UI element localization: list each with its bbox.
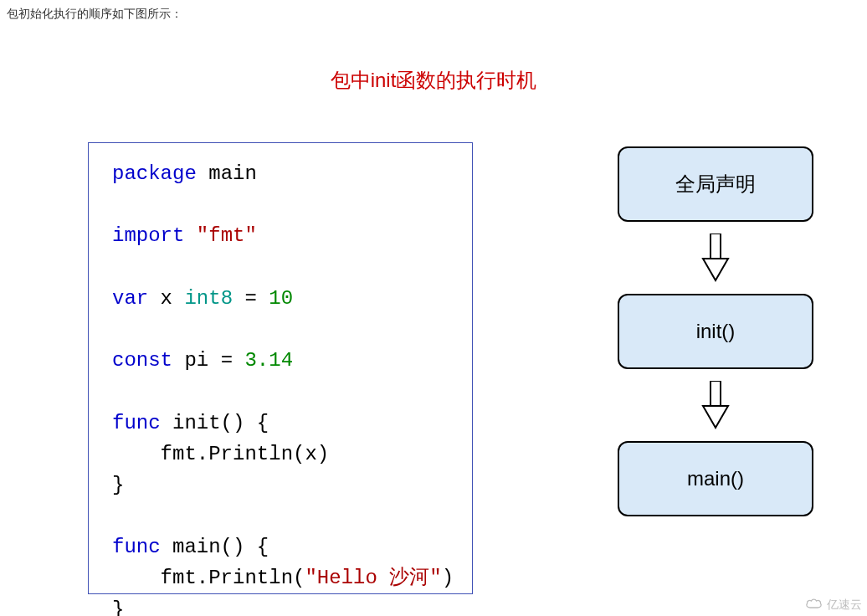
code-text: ) xyxy=(442,567,454,589)
watermark-text: 亿速云 xyxy=(827,598,862,613)
code-text: main() { xyxy=(161,536,269,558)
flow-step-main: main() xyxy=(618,441,813,516)
code-text: main xyxy=(197,162,257,185)
code-line: const pi = 3.14 xyxy=(112,345,449,376)
code-line: func init() { xyxy=(112,408,449,439)
keyword-package: package xyxy=(112,162,197,185)
flow-step-init: init() xyxy=(618,294,813,369)
code-blank xyxy=(112,501,449,531)
page-description: 包初始化执行的顺序如下图所示： xyxy=(7,7,182,22)
code-blank xyxy=(112,189,449,220)
code-text: = xyxy=(233,287,269,310)
svg-marker-3 xyxy=(703,406,728,428)
code-line: } xyxy=(112,594,449,616)
flow-arrow-icon xyxy=(701,234,730,282)
string-literal: "fmt" xyxy=(184,224,256,247)
code-block: package main import "fmt" var x int8 = 1… xyxy=(88,142,473,594)
code-text: init() { xyxy=(161,412,269,434)
number-literal: 3.14 xyxy=(244,349,293,372)
string-literal: "Hello 沙河" xyxy=(305,567,441,589)
keyword-func: func xyxy=(112,536,161,558)
code-line: } xyxy=(112,470,449,501)
type-name: int8 xyxy=(184,287,233,310)
flow-step-global-decl: 全局声明 xyxy=(618,146,813,222)
flowchart: 全局声明 init() main() xyxy=(615,146,816,516)
svg-rect-2 xyxy=(711,381,721,406)
keyword-const: const xyxy=(112,349,172,372)
code-line: fmt.Println(x) xyxy=(112,439,449,470)
flow-arrow-icon xyxy=(701,381,730,429)
watermark: 亿速云 xyxy=(805,598,862,613)
diagram-title: 包中init函数的执行时机 xyxy=(0,67,867,94)
code-line: fmt.Println("Hello 沙河") xyxy=(112,562,449,593)
svg-rect-0 xyxy=(711,234,721,259)
code-blank xyxy=(112,314,449,345)
code-text: pi = xyxy=(172,349,244,372)
keyword-func: func xyxy=(112,412,161,434)
code-line: package main xyxy=(112,158,449,189)
svg-marker-1 xyxy=(703,259,728,280)
code-text: fmt.Println( xyxy=(112,567,305,589)
cloud-icon xyxy=(805,598,823,613)
keyword-var: var xyxy=(112,287,148,310)
code-text: x xyxy=(148,287,184,310)
code-line: var x int8 = 10 xyxy=(112,283,449,314)
code-line: func main() { xyxy=(112,531,449,562)
keyword-import: import xyxy=(112,224,184,247)
code-line: import "fmt" xyxy=(112,220,449,251)
number-literal: 10 xyxy=(269,287,293,310)
code-blank xyxy=(112,252,449,283)
code-blank xyxy=(112,376,449,407)
